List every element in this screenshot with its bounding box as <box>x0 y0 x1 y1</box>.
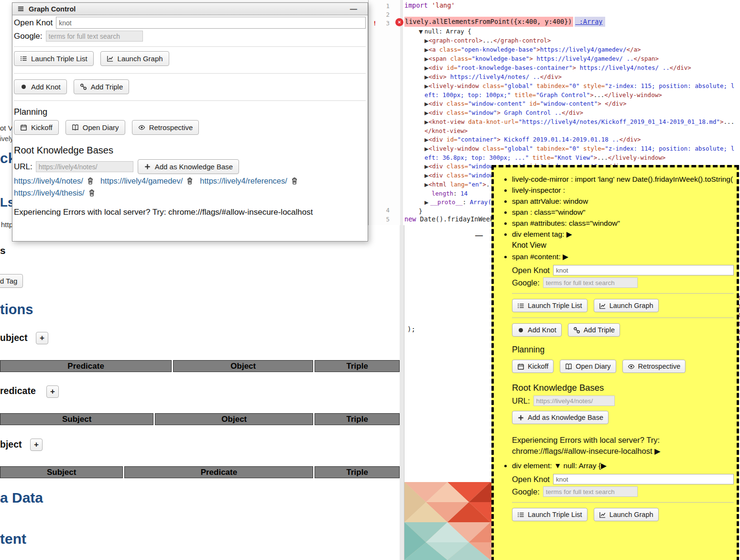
google-search-input[interactable] <box>543 486 638 497</box>
add-knowledge-base-button[interactable]: Add as Knowledge Base <box>512 411 609 424</box>
open-diary-button[interactable]: Open Diary <box>560 360 616 373</box>
retrospective-button[interactable]: Retrospective <box>622 360 686 373</box>
inspector-token: ... <box>597 154 608 161</box>
window-minimize-button[interactable]: — <box>350 5 357 13</box>
type-annotation[interactable]: :Array <box>575 17 606 27</box>
launch-graph-button[interactable]: Launch Graph <box>594 508 659 521</box>
overlay-item-attr-value: span attrValue: window <box>512 196 734 207</box>
inspector-tree-line[interactable]: ▶<lively-window class="global" tabindex=… <box>404 82 737 99</box>
inspector-tree-line[interactable]: ▶<a class="open-knowledge-base">https://… <box>404 45 737 55</box>
inspector-tree-line[interactable]: ▶<graph-control>...</graph-control> <box>404 36 737 45</box>
knowledge-base-link[interactable]: https://lively4/gamedev/ <box>100 176 183 186</box>
inspector-tree-line[interactable]: ▶<div id="container"> Kickoff 2019.01.14… <box>404 135 737 144</box>
eye-icon <box>628 363 635 370</box>
inspector-token: class= <box>443 109 468 116</box>
clipped-heading-knots: s <box>0 245 6 256</box>
overlay-item-span-attributes: span #attributes: class="window" <box>512 218 734 229</box>
open-knot-input[interactable] <box>56 17 366 29</box>
inspector-token: <div <box>428 64 443 71</box>
inspector-tree-line[interactable]: ▶<div id="root-knowledge-bases-container… <box>404 64 737 73</box>
google-label: Google: <box>14 32 43 41</box>
kickoff-button[interactable]: Kickoff <box>14 120 59 135</box>
inspector-token: style= <box>580 82 605 89</box>
column-header-predicate: Predicate <box>0 360 172 372</box>
open-diary-button[interactable]: Open Diary <box>65 120 125 135</box>
google-search-input[interactable] <box>46 31 143 42</box>
inspector-tree-line[interactable]: ▶<div class="window"> Graph Control ..</… <box>404 109 737 118</box>
url-row: URL: <box>512 395 734 406</box>
google-label: Google: <box>512 277 540 288</box>
inspector-tree-line[interactable]: ▶<knot-view data-knot-url="https://livel… <box>404 118 737 135</box>
launch-triple-list-button[interactable]: Launch Triple List <box>512 299 588 312</box>
window-menu-icon[interactable] <box>17 5 24 12</box>
knowledge-base-item: https://lively4/gamedev/ <box>100 176 194 186</box>
launch-triple-list-button[interactable]: Launch Triple List <box>14 51 94 66</box>
delete-knowledge-base-button[interactable] <box>88 189 96 197</box>
add-knot-button[interactable]: Add Knot <box>512 323 562 337</box>
kickoff-button[interactable]: Kickoff <box>512 360 554 373</box>
knowledge-base-url-input[interactable] <box>533 395 615 406</box>
inspector-tree-line[interactable]: ▶<lively-window class="global" tabindex=… <box>404 144 737 162</box>
window-titlebar[interactable]: Graph Control — <box>12 3 368 15</box>
launch-graph-button[interactable]: Launch Graph <box>594 299 659 312</box>
add-triple-button[interactable]: Add Triple <box>568 323 620 337</box>
link-icon <box>573 327 580 334</box>
open-knot-input[interactable] <box>553 474 734 484</box>
inspector-token: "open-knowledge-base" <box>461 46 536 53</box>
code-line-error[interactable]: lively.allElementsFromPoint({x:400, y:40… <box>404 17 605 26</box>
knowledge-base-list: https://lively4/notes/ https://lively4/g… <box>14 176 366 198</box>
delete-knowledge-base-button[interactable] <box>87 177 94 185</box>
launch-button-row: Launch Triple List Launch Graph <box>512 508 734 521</box>
expand-arrow-icon[interactable]: ▶ <box>654 447 661 456</box>
delete-knowledge-base-button[interactable] <box>291 177 298 185</box>
planning-heading: Planning <box>14 107 366 117</box>
inspector-tree-line[interactable]: ▶<div class="window-content" id="window-… <box>404 99 737 109</box>
inspector-token: </a> <box>626 46 641 53</box>
column-header-triple: Triple <box>315 413 400 425</box>
expand-arrow-icon[interactable]: ▼ <box>419 29 424 35</box>
add-object-button[interactable]: + <box>30 439 43 451</box>
embedded-graph-control-2: Open Knot Google: Launch Triple List Lau… <box>512 474 734 521</box>
inspector-token: > <box>497 109 501 116</box>
knowledge-base-link[interactable]: https://lively4/notes/ <box>14 176 83 186</box>
add-knot-button[interactable]: Add Knot <box>14 79 67 94</box>
expand-arrow-icon[interactable]: ▶ <box>424 199 430 206</box>
clipped-heading-predicate: redicate <box>0 385 36 396</box>
divider <box>512 318 734 318</box>
inspector-token: <span <box>428 55 446 62</box>
inspector-token: "Graph Control" <box>536 91 590 99</box>
inspector-tree-line[interactable]: ▶<div> https://lively4/notes/ ..</div> <box>404 73 737 82</box>
launch-triple-list-button[interactable]: Launch Triple List <box>512 508 588 521</box>
knowledge-base-link[interactable]: https://lively4/thesis/ <box>14 188 85 198</box>
inspector-token: "global" <box>504 82 533 89</box>
inspector-token: "window-content" <box>540 100 598 107</box>
knowledge-base-link[interactable]: https://lively4/references/ <box>200 176 287 186</box>
google-search-input[interactable] <box>543 277 638 288</box>
retrospective-button[interactable]: Retrospective <box>132 120 199 135</box>
add-knowledge-base-button[interactable]: Add as Knowledge Base <box>138 159 239 174</box>
add-triple-button[interactable]: Add Triple <box>74 79 130 94</box>
launch-graph-button[interactable]: Launch Graph <box>100 51 169 66</box>
inspector-tree-line[interactable]: ▼ null: Array { <box>404 27 737 36</box>
hint-text: Experiencing Errors with local server? T… <box>512 436 660 455</box>
inspector-token: "knowledge-base" <box>472 55 529 62</box>
inspector-token: https://lively4/gamedev/ .. <box>533 55 634 62</box>
inspector-token: Kickoff 2019.01.14-2019.01.18 .. <box>501 136 619 143</box>
divider <box>512 502 734 503</box>
button-label: Add Triple <box>91 83 123 91</box>
delete-knowledge-base-button[interactable] <box>186 177 194 185</box>
knowledge-base-url-input[interactable] <box>36 161 133 172</box>
inspector-token: </lively-window> <box>608 154 665 161</box>
add-tag-button[interactable]: d Tag <box>0 274 23 288</box>
inspector-token: null: Array { <box>424 28 471 35</box>
open-knot-input[interactable] <box>553 265 734 275</box>
add-subject-button[interactable]: + <box>36 332 48 344</box>
add-predicate-button[interactable]: + <box>46 385 59 398</box>
error-icon: × <box>395 18 403 26</box>
inspector-token: <div> <box>428 73 446 80</box>
window-minimize-button[interactable]: — <box>475 231 483 240</box>
code-line[interactable]: import 'lang' <box>404 1 455 10</box>
inspector-token: <div <box>428 109 443 116</box>
calendar-icon <box>517 363 524 370</box>
inspector-tree-line[interactable]: ▶<span class="knowledge-base"> https://l… <box>404 55 737 64</box>
